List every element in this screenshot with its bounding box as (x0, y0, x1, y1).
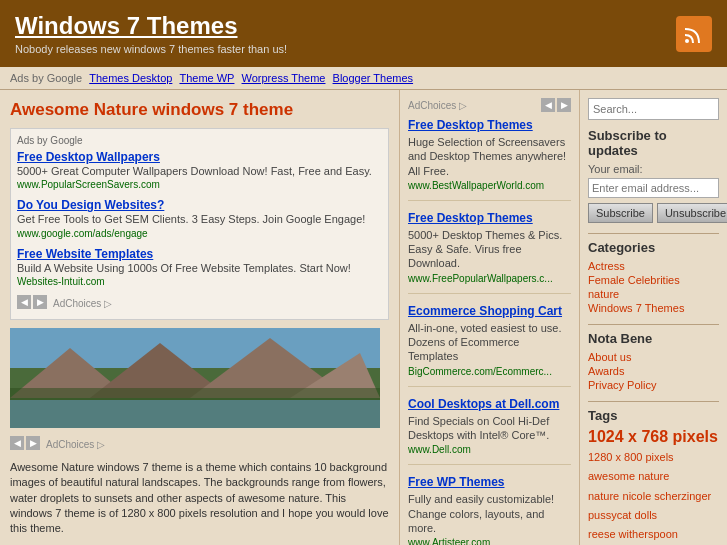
ad-arrows: ◀ ▶ (17, 295, 47, 309)
nota-bene-awards[interactable]: Awards (588, 365, 719, 377)
category-windows7[interactable]: Windows 7 Themes (588, 302, 719, 314)
tag-nature[interactable]: nature (588, 490, 619, 502)
center-ad-desc-2: 5000+ Desktop Themes & Pics. Easy & Safe… (408, 228, 571, 271)
site-subtitle: Nobody releases new windows 7 themes fas… (15, 43, 287, 55)
categories-section: Categories Actress Female Celebrities na… (588, 240, 719, 314)
search-input[interactable] (588, 98, 719, 120)
ad-url-2: www.google.com/ads/engage (17, 228, 148, 239)
center-ad-link-5[interactable]: Free WP Themes (408, 475, 571, 489)
categories-title: Categories (588, 240, 719, 255)
ad-url-1: www.PopularScreenSavers.com (17, 179, 160, 190)
site-header: Windows 7 Themes Nobody releases new win… (0, 0, 727, 67)
nav-blogger-themes[interactable]: Blogger Themes (333, 72, 414, 84)
nota-bene-about[interactable]: About us (588, 351, 719, 363)
nav-wordpress-theme[interactable]: Worpress Theme (242, 72, 326, 84)
center-column: AdChoices ▷ ◀ ▶ Free Desktop Themes Huge… (400, 90, 580, 545)
main-container: Awesome Nature windows 7 theme Ads by Go… (0, 90, 727, 545)
center-ad-url-2: www.FreePopularWallpapers.c... (408, 273, 553, 284)
center-ad-url-5: www.Artisteer.com (408, 537, 490, 545)
svg-rect-7 (10, 400, 380, 428)
ad-item-1: Free Desktop Wallpapers 5000+ Great Comp… (17, 150, 382, 190)
ad-block-left: Ads by Google Free Desktop Wallpapers 50… (10, 128, 389, 320)
nota-bene-section: Nota Bene About us Awards Privacy Policy (588, 331, 719, 391)
ad-by-google-label: Ads by Google (17, 135, 382, 146)
right-column: Subscribe to updates Your email: Subscri… (580, 90, 727, 545)
tags-area: 1024 x 768 pixels 1280 x 800 pixels awes… (588, 428, 719, 545)
ad-choices-label-img: AdChoices ▷ (46, 439, 105, 450)
nav-bar: Ads by Google Themes Desktop Theme WP Wo… (0, 67, 727, 90)
ad-link-2[interactable]: Do You Design Websites? (17, 198, 382, 212)
tags-section: Tags 1024 x 768 pixels 1280 x 800 pixels… (588, 408, 719, 545)
nav-themes-desktop[interactable]: Themes Desktop (89, 72, 172, 84)
center-ad-url-4: www.Dell.com (408, 444, 471, 455)
rss-icon[interactable] (676, 16, 712, 52)
tag-1280x800[interactable]: 1280 x 800 pixels (588, 451, 674, 463)
page-title: Awesome Nature windows 7 theme (10, 100, 389, 120)
center-ad-link-3[interactable]: Ecommerce Shopping Cart (408, 304, 571, 318)
img-prev-arrow[interactable]: ◀ (10, 436, 24, 450)
ad-choices-label-left: AdChoices ▷ (53, 298, 112, 309)
left-column: Awesome Nature windows 7 theme Ads by Go… (0, 90, 400, 545)
email-input[interactable] (588, 178, 719, 198)
category-female-celebrities[interactable]: Female Celebrities (588, 274, 719, 286)
site-title: Windows 7 Themes (15, 12, 287, 40)
ads-by-google-label: Ads by Google (10, 72, 82, 84)
center-ad-desc-5: Fully and easily customizable! Change co… (408, 492, 571, 535)
img-next-arrow[interactable]: ▶ (26, 436, 40, 450)
center-ad-desc-3: All-in-one, voted easiest to use. Dozens… (408, 321, 571, 364)
subscribe-buttons: Subscribe Unsubscribe (588, 203, 719, 223)
tag-awesome-nature[interactable]: awesome nature (588, 470, 669, 482)
ad-desc-1: 5000+ Great Computer Wallpapers Download… (17, 164, 382, 178)
nota-bene-privacy[interactable]: Privacy Policy (588, 379, 719, 391)
center-ad-item-3: Ecommerce Shopping Cart All-in-one, vote… (408, 304, 571, 387)
svg-point-0 (685, 39, 689, 43)
ad-desc-3: Build A Website Using 1000s Of Free Webs… (17, 261, 382, 275)
ad-next-arrow[interactable]: ▶ (33, 295, 47, 309)
category-nature[interactable]: nature (588, 288, 719, 300)
tags-title: Tags (588, 408, 719, 423)
category-actress[interactable]: Actress (588, 260, 719, 272)
ad-link-3[interactable]: Free Website Templates (17, 247, 382, 261)
center-ad-desc-4: Find Specials on Cool Hi-Def Desktops wi… (408, 414, 571, 443)
ad-desc-2: Get Free Tools to Get SEM Clients. 3 Eas… (17, 212, 382, 226)
tag-1024x768[interactable]: 1024 x 768 pixels (588, 428, 718, 445)
nav-theme-wp[interactable]: Theme WP (179, 72, 234, 84)
article-text: Awesome Nature windows 7 theme is a them… (10, 460, 389, 537)
email-label: Your email: (588, 163, 719, 175)
subscribe-title: Subscribe to updates (588, 128, 719, 158)
center-ad-item-4: Cool Desktops at Dell.com Find Specials … (408, 397, 571, 466)
landscape-image (10, 328, 380, 428)
svg-rect-8 (10, 388, 380, 400)
ad-link-1[interactable]: Free Desktop Wallpapers (17, 150, 382, 164)
tag-reese[interactable]: reese witherspoon (588, 528, 678, 540)
ad-url-3: Websites-Intuit.com (17, 276, 105, 287)
center-ad-item-2: Free Desktop Themes 5000+ Desktop Themes… (408, 211, 571, 294)
center-ad-item-5: Free WP Themes Fully and easily customiz… (408, 475, 571, 545)
ad-item-2: Do You Design Websites? Get Free Tools t… (17, 198, 382, 238)
unsubscribe-button[interactable]: Unsubscribe (657, 203, 727, 223)
center-ad-choices-label: AdChoices ▷ (408, 100, 467, 111)
header-text: Windows 7 Themes Nobody releases new win… (15, 12, 287, 55)
ad-prev-arrow[interactable]: ◀ (17, 295, 31, 309)
subscribe-section: Subscribe to updates Your email: Subscri… (588, 128, 719, 223)
tag-nicole[interactable]: nicole scherzinger (623, 490, 712, 502)
center-ad-item-1: Free Desktop Themes Huge Selection of Sc… (408, 118, 571, 201)
center-ad-url-1: www.BestWallpaperWorld.com (408, 180, 544, 191)
center-ad-choices: AdChoices ▷ ◀ ▶ (408, 98, 571, 112)
nota-bene-title: Nota Bene (588, 331, 719, 346)
center-ad-link-1[interactable]: Free Desktop Themes (408, 118, 571, 132)
center-prev-arrow[interactable]: ◀ (541, 98, 555, 112)
center-ad-link-2[interactable]: Free Desktop Themes (408, 211, 571, 225)
subscribe-button[interactable]: Subscribe (588, 203, 653, 223)
tag-pussycat[interactable]: pussycat dolls (588, 509, 657, 521)
center-ad-link-4[interactable]: Cool Desktops at Dell.com (408, 397, 571, 411)
center-arrows: ◀ ▶ (541, 98, 571, 112)
image-arrows: ◀ ▶ (10, 436, 40, 450)
center-ad-url-3: BigCommerce.com/Ecommerc... (408, 366, 552, 377)
ad-item-3: Free Website Templates Build A Website U… (17, 247, 382, 287)
center-next-arrow[interactable]: ▶ (557, 98, 571, 112)
center-ad-desc-1: Huge Selection of Screensavers and Deskt… (408, 135, 571, 178)
